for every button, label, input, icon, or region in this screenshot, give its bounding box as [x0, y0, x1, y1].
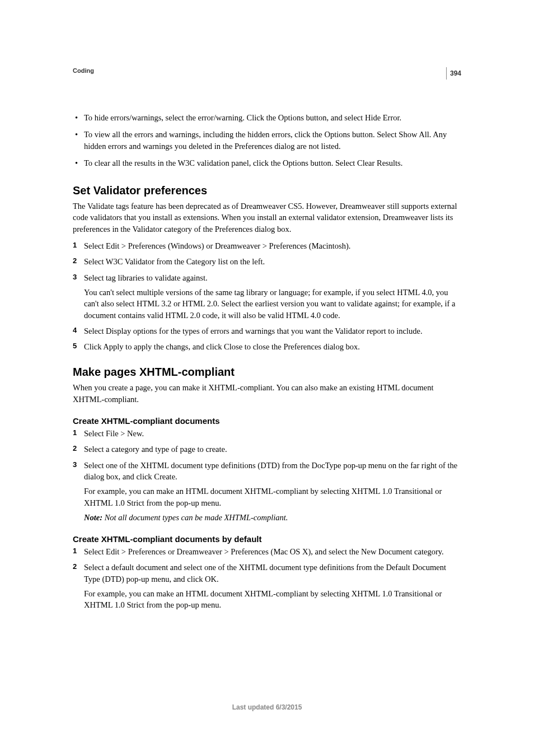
- create-xhtml-steps: Select File > New. Select a category and…: [73, 428, 461, 523]
- list-item: To hide errors/warnings, select the erro…: [73, 112, 461, 123]
- page-number: 394: [450, 69, 461, 77]
- note: Note: Not all document types can be made…: [84, 512, 461, 523]
- step-item: Click Apply to apply the changs, and cli…: [73, 341, 461, 352]
- page-content: Coding 394 To hide errors/warnings, sele…: [0, 0, 534, 611]
- note-label: Note:: [84, 513, 102, 522]
- step-subtext: You can't select multiple versions of th…: [84, 287, 461, 321]
- heading-xhtml: Make pages XHTML-compliant: [73, 366, 461, 379]
- step-text: Select tag libraries to validate against…: [84, 273, 208, 282]
- step-item: Select tag libraries to validate against…: [73, 272, 461, 321]
- heading-set-validator: Set Validator preferences: [73, 184, 461, 197]
- step-text: Select one of the XHTML document type de…: [84, 461, 457, 481]
- note-text: Not all document types can be made XHTML…: [102, 513, 288, 522]
- page-number-box: 394: [446, 67, 461, 80]
- page-header: Coding 394: [73, 67, 461, 80]
- step-item: Select File > New.: [73, 428, 461, 439]
- xhtml-intro: When you create a page, you can make it …: [73, 382, 461, 405]
- step-item: Select Edit > Preferences or Dreamweaver…: [73, 546, 461, 557]
- step-item: Select Edit > Preferences (Windows) or D…: [73, 240, 461, 251]
- step-subtext: For example, you can make an HTML docume…: [84, 588, 461, 611]
- create-xhtml-default-steps: Select Edit > Preferences or Dreamweaver…: [73, 546, 461, 610]
- step-subtext: For example, you can make an HTML docume…: [84, 486, 461, 508]
- footer-last-updated: Last updated 6/3/2015: [0, 703, 534, 711]
- step-item: Select one of the XHTML document type de…: [73, 460, 461, 523]
- validator-intro: The Validate tags feature has been depre…: [73, 200, 461, 235]
- list-item: To clear all the results in the W3C vali…: [73, 157, 461, 169]
- step-item: Select W3C Validator from the Category l…: [73, 256, 461, 267]
- heading-create-xhtml: Create XHTML-compliant documents: [73, 416, 461, 426]
- step-item: Select a category and type of page to cr…: [73, 444, 461, 455]
- step-text: Select a default document and select one…: [84, 563, 446, 583]
- section-name: Coding: [73, 67, 94, 74]
- step-item: Select Display options for the types of …: [73, 325, 461, 337]
- heading-create-xhtml-default: Create XHTML-compliant documents by defa…: [73, 534, 461, 544]
- validator-steps: Select Edit > Preferences (Windows) or D…: [73, 240, 461, 352]
- list-item: To view all the errors and warnings, inc…: [73, 129, 461, 152]
- step-item: Select a default document and select one…: [73, 562, 461, 610]
- options-bullet-list: To hide errors/warnings, select the erro…: [73, 112, 461, 169]
